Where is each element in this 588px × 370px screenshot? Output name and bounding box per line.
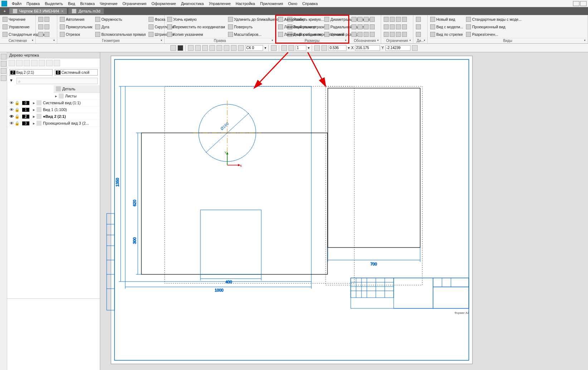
lt-tree-icon[interactable] [1,54,6,59]
layer-icon[interactable] [281,45,287,51]
btn-copy[interactable]: Копия указанием [166,31,226,38]
viewstate-icon[interactable] [288,45,294,51]
ribbon-title-file[interactable] [37,38,55,43]
lt-fx-icon[interactable] [1,61,6,67]
tree-tb-1[interactable] [9,60,15,66]
ribbon-title-system[interactable]: Системная [1,38,34,43]
scale-field[interactable] [296,45,306,51]
menu-diagnostics[interactable]: Диагностика [179,1,206,6]
menu-design[interactable]: Оформление [149,1,178,6]
tree-tb-5[interactable] [39,60,45,66]
btn-undo[interactable] [37,31,50,38]
zoomout-icon[interactable] [314,45,320,51]
snap6-icon[interactable] [224,45,229,51]
layer-selector[interactable]: 0 Системный слой [55,69,98,76]
ribbon-title-views[interactable]: Виды [429,38,586,43]
menu-window[interactable]: Окно [286,1,300,6]
grid-icon[interactable] [231,45,237,51]
ribbon-title-constraints[interactable]: Ограничения [383,38,412,43]
zoomin-icon[interactable] [321,45,327,51]
new-tab-button[interactable]: + [1,8,8,14]
btn-autoline[interactable]: Автолиния [59,16,93,23]
menu-insert[interactable]: Вставка [78,1,97,6]
btn-desig-2[interactable] [350,23,376,30]
lt-lib-icon[interactable] [1,75,6,81]
snap4-icon[interactable] [209,45,215,51]
zoom-field[interactable] [329,45,346,51]
btn-con-2[interactable] [383,23,408,30]
tree-tb-4[interactable] [31,60,38,66]
maximize-icon[interactable] [580,1,587,6]
tree-tb-6[interactable] [46,60,53,66]
btn-new[interactable] [37,16,50,23]
view-selector[interactable]: 2 Вид 2 (2:1) [9,69,53,76]
snap1-icon[interactable] [188,45,194,51]
ribbon-title-geometry[interactable]: Геометрия [59,38,163,43]
snap5-icon[interactable] [217,45,222,51]
y-field[interactable] [385,45,410,51]
menu-constraints[interactable]: Ограничения [120,1,149,6]
tree-tb-2[interactable] [16,60,23,66]
btn-newview[interactable]: Новый вид [429,16,464,23]
btn-linearbreak[interactable]: Линейный с обрывом [277,31,322,38]
tree-view-3[interactable]: 👁🔒3▸Проекционный вид 3 (2... [7,120,100,127]
btn-arrowview[interactable]: Вид по стрелке [429,31,464,38]
tab-drawing[interactable]: Чертеж БЕЗ ИМЕНИ4 × [9,8,67,14]
close-icon[interactable]: × [61,9,63,13]
menu-apps[interactable]: Приложения [258,1,286,6]
btn-arc[interactable]: Дуга [94,23,147,30]
tab-detail[interactable]: Деталь.m3d [68,8,104,14]
sk-field[interactable] [245,45,263,51]
tree-view-1[interactable]: 👁🔒1▸Вид 1 (1:100) [7,106,100,113]
menu-drawing[interactable]: Черчение [97,1,120,6]
ucs-icon[interactable] [271,45,277,51]
linestyle-icon[interactable] [178,45,183,51]
btn-con-3[interactable] [383,31,408,38]
tree-tb-7[interactable] [54,60,60,66]
btn-modelview[interactable]: Вид с модели... [429,23,464,30]
x-field[interactable] [355,45,380,51]
tree-search-input[interactable] [16,78,98,84]
btn-circle[interactable]: Окружность [94,16,147,23]
tree-view-2[interactable]: 👁🔒2▸● Вид 2 (2:1) [7,113,100,120]
menu-file[interactable]: Файл [9,1,24,6]
btn-trim[interactable]: Усечь кривую [166,16,226,23]
snap2-icon[interactable] [195,45,201,51]
lt-vars-icon[interactable] [1,68,6,74]
menu-edit[interactable]: Правка [24,1,42,6]
btn-con-1[interactable] [383,16,408,23]
btn-autodim[interactable]: Авторазмер [277,16,322,23]
btn-section[interactable]: Разрез/сечен... [465,31,523,38]
opt-icon-1[interactable] [170,45,176,51]
btn-di-2[interactable] [415,23,422,30]
btn-desig-1[interactable] [350,16,376,23]
ribbon-title-edit[interactable]: Правка [166,38,274,43]
drawing-canvas[interactable]: Ø160 XY 1350 620 300 400 [100,52,588,370]
menu-view[interactable]: Вид [65,1,78,6]
btn-di-1[interactable] [415,16,422,23]
btn-save[interactable] [37,23,50,30]
ribbon-title-di[interactable]: Ди... [415,38,426,43]
btn-move-coords[interactable]: Переместить по координатам [166,23,226,30]
ribbon-title-designations[interactable]: Обозначения [350,38,379,43]
ribbon-title-dimensions[interactable]: Размеры [277,38,347,43]
tree-sheets[interactable]: ▸Листы [7,93,100,100]
menu-settings[interactable]: Настройка [233,1,258,6]
menu-manage[interactable]: Управление [206,1,233,6]
filter-icon[interactable]: ▼ [9,78,15,84]
btn-projview[interactable]: Проекционный вид [465,23,523,30]
menu-select[interactable]: Выделить [42,1,65,6]
btn-di-3[interactable] [415,31,422,38]
btn-segment[interactable]: Отрезок [59,31,93,38]
btn-lineardim[interactable]: Линейный размер [277,23,322,30]
btn-desig-3[interactable] [350,31,376,38]
ortho-icon[interactable] [238,45,244,51]
btn-auxline[interactable]: Вспомогательная прямая [94,31,147,38]
tree-view-0[interactable]: 👁🔒0▸Системный вид (1:1) [7,100,100,106]
tree-head-detail[interactable]: Деталь [54,85,100,93]
btn-stdviews[interactable]: Стандартные виды с моде... [465,16,523,23]
menu-help[interactable]: Справка [300,1,320,6]
pick-icon[interactable] [412,45,418,51]
minimize-icon[interactable] [573,1,579,6]
btn-rectangle[interactable]: Прямоугольник [59,23,93,30]
